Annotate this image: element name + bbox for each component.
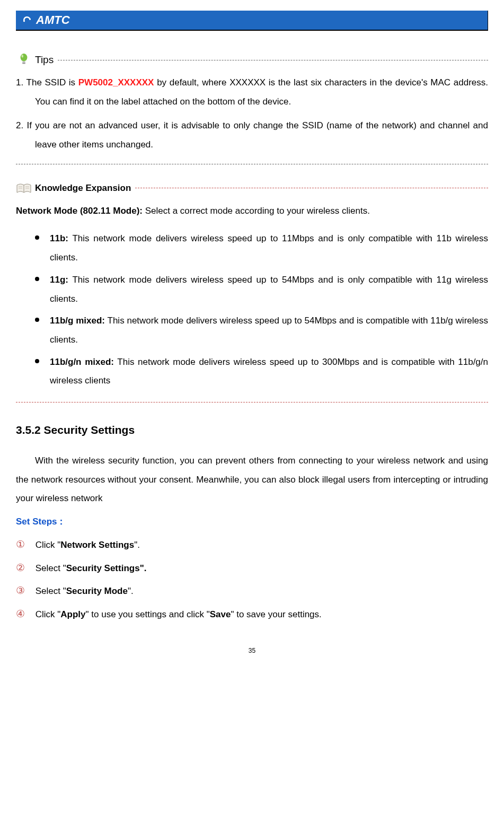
- logo-text: AMTC: [36, 13, 70, 27]
- knowledge-section-header: Knowledge Expansion: [16, 180, 488, 196]
- text: Select a correct mode according to your …: [143, 206, 370, 216]
- svg-point-0: [23, 20, 25, 22]
- dashed-rule: [58, 60, 488, 60]
- header-divider: [16, 30, 488, 31]
- text: " to use you settings and click ": [86, 609, 210, 619]
- text: This network mode delivers wireless spee…: [50, 316, 488, 345]
- svg-point-3: [21, 55, 23, 58]
- text: Click ": [36, 540, 61, 550]
- step-number: ③: [16, 579, 33, 602]
- step-number: ①: [16, 533, 33, 556]
- bullet-item: 11b: This network mode delivers wireless…: [35, 229, 488, 267]
- bullet-item: 11g: This network mode delivers wireless…: [35, 270, 488, 308]
- brand-swirl-icon: [20, 13, 34, 27]
- step-bold: Security Mode: [66, 586, 128, 596]
- step-item: ① Click "Network Settings".: [16, 533, 488, 556]
- step-item: ③ Select "Security Mode".: [16, 579, 488, 602]
- svg-point-1: [29, 19, 31, 20]
- step-bold: Save: [210, 609, 231, 619]
- svg-rect-5: [22, 63, 25, 64]
- tip-num: 2.: [16, 120, 23, 130]
- lightbulb-icon: [16, 52, 32, 68]
- section-heading: 3.5.2 Security Settings: [16, 424, 488, 436]
- svg-rect-4: [22, 62, 25, 63]
- mode-label: 11b:: [50, 233, 68, 243]
- label: Network Mode (802.11 Mode):: [16, 206, 143, 216]
- mode-label: 11g:: [50, 275, 68, 285]
- text: Click ": [36, 609, 61, 619]
- page-number: 35: [16, 647, 488, 654]
- step-bold: Network Settings: [60, 540, 134, 550]
- text: ".: [140, 563, 147, 573]
- text: ".: [128, 586, 134, 596]
- tip-item-1: 1. The SSID is PW5002_XXXXXX by default,…: [16, 73, 488, 111]
- bullet-item: 11b/g mixed: This network mode delivers …: [35, 311, 488, 349]
- network-mode-intro: Network Mode (802.11 Mode): Select a cor…: [16, 202, 488, 221]
- tip-num: 1.: [16, 77, 23, 87]
- dashed-rule: [16, 164, 488, 164]
- tip-item-2: 2. If you are not an advanced user, it i…: [16, 116, 488, 154]
- tips-section-header: Tips: [16, 52, 488, 68]
- svg-point-2: [21, 54, 28, 62]
- steps-list: ① Click "Network Settings". ② Select "Se…: [16, 533, 488, 626]
- ssid-default: PW5002_XXXXXX: [78, 77, 154, 87]
- logo-banner: AMTC: [16, 11, 488, 30]
- step-item: ④ Click "Apply" to use you settings and …: [16, 602, 488, 626]
- text: This network mode delivers wireless spee…: [50, 357, 488, 386]
- section-intro: With the wireless security function, you…: [16, 451, 488, 508]
- step-number: ④: [16, 602, 33, 626]
- dashed-rule-red: [135, 188, 488, 188]
- set-steps-label: Set Steps：: [16, 515, 488, 528]
- step-bold: Security Settings: [66, 563, 140, 573]
- mode-label: 11b/g/n mixed:: [50, 357, 114, 367]
- text: This network mode delivers wireless spee…: [50, 275, 488, 304]
- text: " to save your settings.: [231, 609, 321, 619]
- text: Select ": [36, 586, 66, 596]
- logo-badge: AMTC: [20, 13, 70, 27]
- step-number: ②: [16, 556, 33, 580]
- knowledge-label: Knowledge Expansion: [35, 183, 131, 194]
- mode-label: 11b/g mixed:: [50, 316, 105, 326]
- bullet-item: 11b/g/n mixed: This network mode deliver…: [35, 353, 488, 390]
- tips-label: Tips: [35, 54, 54, 66]
- knowledge-bullet-list: 11b: This network mode delivers wireless…: [16, 229, 488, 390]
- book-icon: [16, 180, 32, 196]
- text: ".: [134, 540, 140, 550]
- text: Select ": [36, 563, 66, 573]
- text: If you are not an advanced user, it is a…: [23, 120, 488, 150]
- document-page: AMTC Tips 1. The SSID is PW5002_XXXXXX b…: [0, 0, 504, 676]
- text: This network mode delivers wireless spee…: [50, 233, 488, 262]
- step-item: ② Select "Security Settings".: [16, 556, 488, 580]
- text: The SSID is: [23, 77, 78, 87]
- step-bold: Apply: [60, 609, 85, 619]
- dashed-rule-red: [16, 402, 488, 402]
